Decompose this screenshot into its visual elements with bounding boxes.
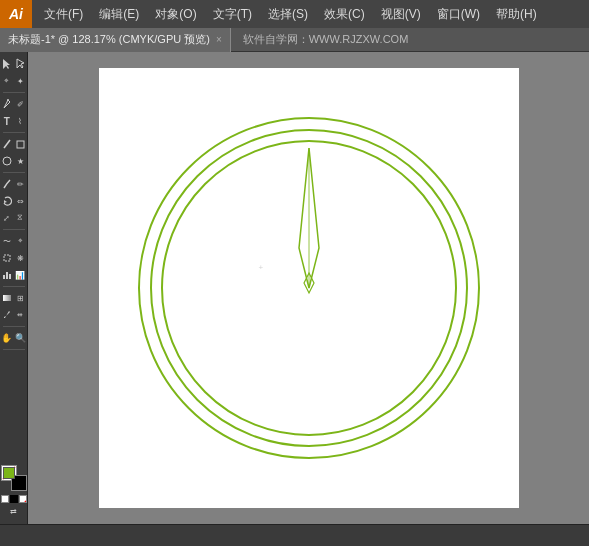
- scale-tool[interactable]: ⤢: [0, 210, 14, 226]
- main-area: ⌖ ✦ ✐ T ⌇ ★: [0, 52, 589, 524]
- green-fill-swatch[interactable]: [3, 467, 15, 479]
- status-bar: [0, 524, 589, 546]
- eyedropper-tool[interactable]: [0, 307, 14, 323]
- svg-marker-0: [3, 59, 10, 69]
- zoom-tool[interactable]: 🔍: [14, 330, 28, 346]
- mesh-tool[interactable]: ⊞: [14, 290, 28, 306]
- menu-effect[interactable]: 效果(C): [316, 4, 373, 25]
- svg-marker-1: [17, 59, 24, 68]
- star-tool[interactable]: ★: [14, 153, 28, 169]
- reflect-tool[interactable]: ⇔: [14, 193, 28, 209]
- magic-wand-tool[interactable]: ✦: [14, 73, 28, 89]
- svg-rect-9: [6, 272, 8, 279]
- title-bar: Ai 文件(F) 编辑(E) 对象(O) 文字(T) 选择(S) 效果(C) 视…: [0, 0, 589, 28]
- ellipse-tool[interactable]: [0, 153, 14, 169]
- tab-bar: 未标题-1* @ 128.17% (CMYK/GPU 预览) × 软件自学网：W…: [0, 28, 589, 52]
- svg-rect-8: [3, 275, 5, 279]
- hand-tool[interactable]: ✋: [0, 330, 14, 346]
- menu-object[interactable]: 对象(O): [147, 4, 204, 25]
- chart-tool[interactable]: 📊: [14, 267, 28, 283]
- svg-rect-11: [3, 295, 11, 301]
- white-swatch[interactable]: [1, 495, 9, 503]
- pencil-tool[interactable]: ✏: [14, 176, 28, 192]
- menu-file[interactable]: 文件(F): [36, 4, 91, 25]
- svg-rect-4: [17, 141, 24, 148]
- menu-help[interactable]: 帮助(H): [488, 4, 545, 25]
- canvas-area[interactable]: +: [28, 52, 589, 524]
- black-swatch[interactable]: [10, 495, 18, 503]
- pen-tool[interactable]: [0, 96, 14, 112]
- line-tool[interactable]: [0, 136, 14, 152]
- svg-rect-10: [9, 274, 11, 279]
- rotate-tool[interactable]: [0, 193, 14, 209]
- artboard: +: [99, 68, 519, 508]
- type-tool[interactable]: T: [0, 113, 14, 129]
- toolbar: ⌖ ✦ ✐ T ⌇ ★: [0, 52, 28, 524]
- menu-text[interactable]: 文字(T): [205, 4, 260, 25]
- stroke-fill-area: [1, 465, 27, 491]
- warp-tool[interactable]: 〜: [0, 233, 14, 249]
- active-tab[interactable]: 未标题-1* @ 128.17% (CMYK/GPU 预览) ×: [0, 28, 231, 52]
- svg-point-5: [3, 157, 11, 165]
- measure-tool[interactable]: ⇺: [14, 307, 28, 323]
- tab-website: 软件自学网：WWW.RJZXW.COM: [231, 32, 421, 47]
- tab-title: 未标题-1* @ 128.17% (CMYK/GPU 预览): [8, 32, 210, 47]
- paintbrush-tool[interactable]: [0, 176, 14, 192]
- vertical-type-tool[interactable]: ⌇: [14, 113, 28, 129]
- clock-drawing: [99, 68, 519, 508]
- rectangle-tool[interactable]: [14, 136, 28, 152]
- gradient-tool[interactable]: [0, 290, 14, 306]
- tab-close-button[interactable]: ×: [216, 34, 222, 45]
- svg-marker-6: [4, 200, 7, 203]
- none-swatch[interactable]: [19, 495, 27, 503]
- svg-point-2: [7, 99, 9, 101]
- lasso-tool[interactable]: ⌖: [0, 73, 14, 89]
- selection-tool[interactable]: [0, 56, 14, 72]
- menu-edit[interactable]: 编辑(E): [91, 4, 147, 25]
- symbol-tool[interactable]: ❋: [14, 250, 28, 266]
- svg-line-13: [20, 499, 27, 503]
- svg-line-3: [4, 140, 10, 148]
- menu-window[interactable]: 窗口(W): [429, 4, 488, 25]
- svg-rect-7: [4, 255, 10, 261]
- column-graph-tool[interactable]: [0, 267, 14, 283]
- menu-view[interactable]: 视图(V): [373, 4, 429, 25]
- free-transform-tool[interactable]: [0, 250, 14, 266]
- small-swatches: [1, 495, 27, 503]
- color-area: ⇄: [0, 465, 27, 520]
- direct-selection-tool[interactable]: [14, 56, 28, 72]
- menu-select[interactable]: 选择(S): [260, 4, 316, 25]
- menu-bar: 文件(F) 编辑(E) 对象(O) 文字(T) 选择(S) 效果(C) 视图(V…: [32, 0, 589, 28]
- app-logo: Ai: [0, 0, 32, 28]
- width-tool[interactable]: ⌖: [14, 233, 28, 249]
- add-anchor-tool[interactable]: ✐: [14, 96, 28, 112]
- registration-mark: +: [259, 263, 264, 272]
- shear-tool[interactable]: ⧖: [14, 210, 28, 226]
- swap-icon[interactable]: ⇄: [10, 507, 17, 516]
